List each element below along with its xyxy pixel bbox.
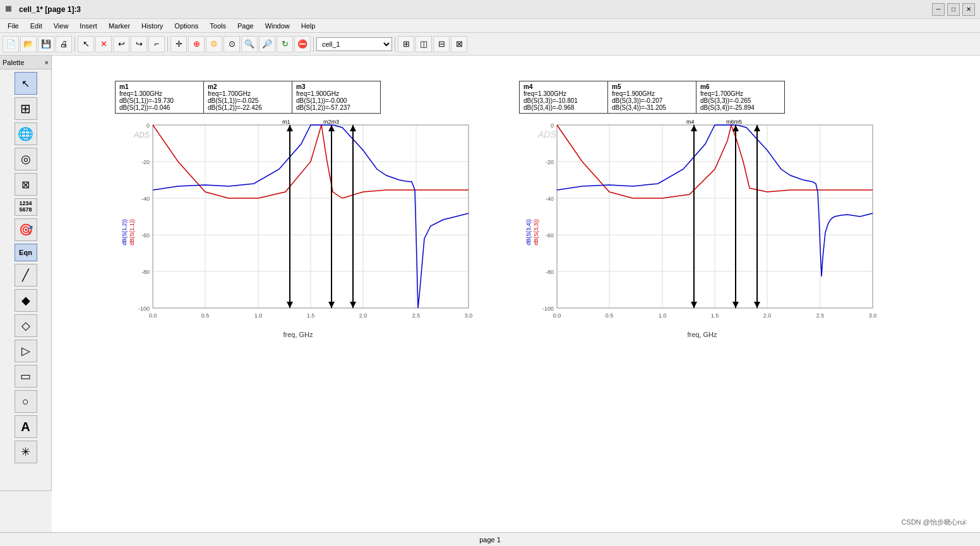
window-title: cell_1* [page 1]:3	[19, 5, 81, 14]
close-button[interactable]: ✕	[962, 3, 975, 16]
svg-text:1.5: 1.5	[307, 312, 315, 319]
svg-text:3.0: 3.0	[869, 312, 877, 319]
delete-button[interactable]: ✕	[95, 36, 112, 52]
zoom-out-button[interactable]: 🔎	[259, 36, 275, 52]
minimize-button[interactable]: ─	[932, 3, 945, 16]
save-button[interactable]: 💾	[38, 36, 54, 52]
svg-text:-20: -20	[546, 159, 554, 165]
svg-text:-100: -100	[138, 306, 150, 312]
chart1-wrapper: m1 freq=1.300GHz dB(S(1,1))=-19.730 dB(S…	[115, 81, 494, 327]
svg-text:2.5: 2.5	[412, 312, 421, 319]
svg-text:-40: -40	[141, 196, 150, 202]
menu-help[interactable]: Help	[296, 21, 321, 31]
select-button[interactable]: ↖	[78, 36, 94, 52]
wire-button[interactable]: ⌐	[148, 36, 165, 52]
main-canvas[interactable]: m1 freq=1.300GHz dB(S(1,1))=-19.730 dB(S…	[52, 56, 980, 532]
palette-matrix-tool[interactable]: ⊠	[15, 173, 37, 196]
toolbar: 📄 📂 💾 🖨 ↖ ✕ ↩ ↪ ⌐ ✛ ⊕ ⚙ ⊙ 🔍 🔎 ↻ ⛔ cell_1…	[0, 33, 980, 56]
svg-text:0: 0	[551, 122, 554, 129]
svg-marker-80	[754, 125, 760, 131]
svg-text:-60: -60	[546, 232, 554, 239]
menu-edit[interactable]: Edit	[25, 21, 47, 31]
app-icon: ▦	[5, 4, 15, 15]
palette-globe-tool[interactable]: 🌐	[15, 122, 37, 145]
sep2	[167, 37, 168, 52]
cell-select[interactable]: cell_1	[316, 37, 392, 51]
new-button[interactable]: 📄	[3, 36, 19, 52]
svg-marker-73	[691, 125, 697, 131]
palette-measure-tool[interactable]: 🎯	[15, 218, 37, 241]
svg-marker-32	[287, 125, 293, 131]
sep4	[395, 37, 395, 52]
palette-net-tool[interactable]: ◎	[15, 148, 37, 170]
chart2-area: ADS	[519, 119, 885, 327]
svg-marker-38	[350, 302, 356, 308]
refresh-button[interactable]: ↻	[277, 36, 293, 52]
page-content: m1 freq=1.300GHz dB(S(1,1))=-19.730 dB(S…	[52, 56, 961, 529]
svg-marker-36	[328, 125, 335, 131]
palette-circle-tool[interactable]: ○	[15, 390, 37, 413]
print-button[interactable]: 🖨	[56, 36, 72, 52]
chart1-marker-table: m1 freq=1.300GHz dB(S(1,1))=-19.730 dB(S…	[115, 81, 381, 114]
chart2-svg: ADS	[519, 119, 885, 327]
chart1-xlabel: freq, GHz	[115, 331, 481, 338]
palette-star-tool[interactable]: ✳	[15, 441, 37, 463]
palette-select-tool[interactable]: ↖	[15, 72, 37, 95]
fit-button[interactable]: ⊟	[433, 36, 450, 52]
snap-button[interactable]: ◫	[415, 36, 432, 52]
menu-marker[interactable]: Marker	[104, 21, 135, 31]
palette-rect-tool[interactable]: ▭	[15, 365, 37, 388]
palette-diamond-tool[interactable]: ◇	[15, 314, 37, 337]
palette-num-tool[interactable]: 12345678	[15, 198, 37, 216]
menu-history[interactable]: History	[136, 21, 168, 31]
svg-text:2.0: 2.0	[359, 312, 368, 319]
palette-arrow-tool[interactable]: ▷	[15, 340, 37, 362]
svg-text:2.5: 2.5	[816, 312, 825, 319]
tune-button[interactable]: ⊙	[224, 36, 240, 52]
sep3	[313, 37, 314, 52]
menu-insert[interactable]: Insert	[75, 21, 102, 31]
watermark: CSDN @怡步晓心rui∶	[901, 518, 967, 527]
menu-window[interactable]: Window	[260, 21, 295, 31]
svg-text:0.0: 0.0	[553, 312, 561, 319]
menu-tools[interactable]: Tools	[205, 21, 231, 31]
redo-button[interactable]: ↪	[131, 36, 147, 52]
grid-button[interactable]: ⊞	[398, 36, 414, 52]
undo-button[interactable]: ↩	[113, 36, 129, 52]
menu-options[interactable]: Options	[169, 21, 203, 31]
open-button[interactable]: 📂	[20, 36, 37, 52]
palette-line-tool[interactable]: ╱	[15, 264, 37, 287]
chart2-m4-cell: m4 freq=1.300GHz dB(S(3,3))=-10.801 dB(S…	[520, 81, 608, 114]
zoom-in-button[interactable]: 🔍	[241, 36, 258, 52]
chart2-m5-cell: m5 freq=1.900GHz dB(S(3,3))=-0.207 dB(S(…	[608, 81, 696, 114]
svg-text:0.5: 0.5	[606, 312, 614, 319]
menu-page[interactable]: Page	[232, 21, 259, 31]
menu-view[interactable]: View	[49, 21, 74, 31]
charts-row: m1 freq=1.300GHz dB(S(1,1))=-19.730 dB(S…	[64, 81, 948, 327]
palette-grid-tool[interactable]: ⊞	[15, 97, 37, 120]
move-button[interactable]: ✛	[170, 36, 187, 52]
chart1-svg: ADS	[115, 119, 481, 327]
menu-file[interactable]: File	[3, 21, 24, 31]
svg-text:-100: -100	[542, 306, 554, 312]
zoom-fit-button[interactable]: ⊠	[451, 36, 467, 52]
palette-diamond-fill-tool[interactable]: ◆	[15, 289, 37, 312]
simulate-button[interactable]: ⚙	[206, 36, 222, 52]
svg-marker-76	[732, 302, 739, 308]
stop-button[interactable]: ⛔	[294, 36, 311, 52]
svg-text:-80: -80	[141, 269, 150, 275]
palette-text-tool[interactable]: A	[15, 415, 37, 438]
component-button[interactable]: ⊕	[188, 36, 205, 52]
palette-close-button[interactable]: ×	[45, 59, 49, 66]
svg-text:m4: m4	[686, 119, 695, 125]
maximize-button[interactable]: □	[947, 3, 960, 16]
status-bar: page 1	[0, 532, 980, 546]
palette-title: Palette	[3, 59, 24, 66]
svg-text:2.0: 2.0	[763, 312, 772, 319]
chart1-m1-cell: m1 freq=1.300GHz dB(S(1,1))=-19.730 dB(S…	[116, 81, 204, 114]
chart2-marker-table: m4 freq=1.300GHz dB(S(3,3))=-10.801 dB(S…	[519, 81, 785, 114]
svg-text:ADS: ADS	[537, 129, 556, 139]
chart1-m3-cell: m3 freq=1.900GHz dB(S(1,1))=-0.000 dB(S(…	[292, 81, 381, 114]
palette-eqn-tool[interactable]: Eqn	[15, 244, 37, 261]
svg-text:0: 0	[146, 122, 150, 129]
